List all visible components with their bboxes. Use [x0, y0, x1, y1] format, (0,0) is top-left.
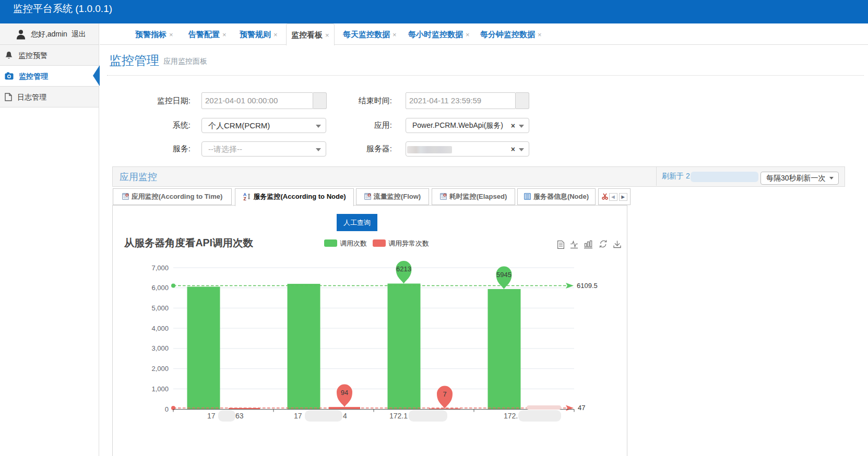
svg-text:47: 47	[578, 404, 585, 412]
svg-text:6,000: 6,000	[151, 284, 169, 292]
svg-text:0: 0	[165, 405, 169, 413]
svg-text:94: 94	[341, 389, 348, 397]
svg-text:Z: Z	[243, 196, 246, 200]
svg-text:6109.5: 6109.5	[577, 282, 598, 290]
svg-text:5945: 5945	[496, 271, 512, 279]
svg-text:17: 17	[207, 412, 216, 420]
svg-text:172.: 172.	[504, 412, 518, 420]
svg-text:172.1: 172.1	[389, 412, 408, 420]
svg-text:5,000: 5,000	[151, 304, 169, 312]
svg-text:63: 63	[235, 412, 244, 420]
svg-text:2,000: 2,000	[151, 365, 169, 373]
svg-text:7,000: 7,000	[151, 264, 169, 272]
svg-text:4,000: 4,000	[151, 325, 169, 332]
svg-text:7: 7	[443, 390, 446, 398]
svg-text:1,000: 1,000	[151, 385, 169, 393]
svg-text:4: 4	[343, 412, 347, 420]
svg-text:3,000: 3,000	[151, 344, 169, 352]
svg-text:17: 17	[294, 412, 302, 420]
svg-text:6213: 6213	[396, 265, 411, 273]
